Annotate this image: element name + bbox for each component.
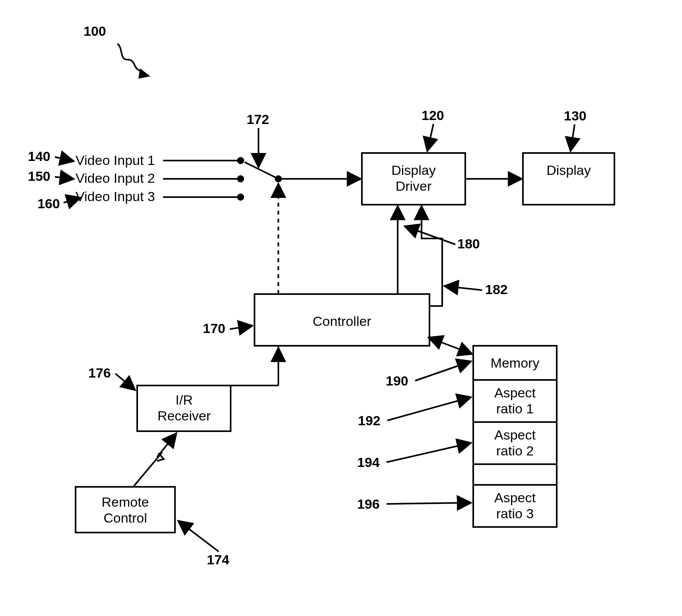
video-input-3-label: Video Input 3 [76,189,155,204]
ir-label-1: I/R [175,392,192,407]
ref-140-arrow [55,157,73,161]
ref-174: 174 [207,552,229,567]
display-block [523,153,614,205]
display-driver-label-2: Driver [396,178,432,194]
ref-172: 172 [247,112,269,127]
controller-label: Controller [313,314,371,329]
ref-182-arrow [445,286,482,290]
ref-180: 180 [457,236,480,251]
remote-to-ir-arrow [133,434,176,487]
ref-170-arrow [230,326,251,329]
ref-180-arrow [406,227,455,244]
ar1-label-1: Aspect [494,385,536,400]
figure-ref-label: 100 [84,23,106,39]
ref-192-arrow [387,397,470,420]
ref-120: 120 [422,108,444,123]
remote-label-1: Remote [101,494,149,509]
figure-ref-arrowhead [138,68,150,79]
ar2-label-2: ratio 2 [496,443,534,458]
ref-194: 194 [357,455,380,470]
control-signal-182 [422,207,442,306]
ref-196-arrow [387,503,470,504]
input1-node [237,157,244,164]
ar2-label-1: Aspect [494,427,536,442]
ref-176-arrow [115,374,134,389]
ref-182: 182 [485,282,508,297]
ref-190-arrow [415,362,470,381]
input3-node [237,194,244,201]
ref-196: 196 [357,496,380,511]
ref-130: 130 [564,108,587,123]
display-label: Display [546,163,591,178]
display-driver-label-1: Display [391,163,435,178]
input2-node [237,175,244,182]
switch-wiper [245,162,278,179]
ref-174-arrow [179,521,219,552]
ref-150: 150 [28,169,51,184]
ref-192: 192 [358,413,381,428]
remote-control-block [76,487,175,533]
ref-130-arrow [571,124,575,150]
ref-140: 140 [28,149,51,164]
video-input-2-label: Video Input 2 [76,170,155,186]
video-input-1-label: Video Input 1 [76,153,155,168]
memory-label: Memory [491,355,540,370]
figure-ref-arrow [117,44,143,72]
ar3-label-2: ratio 3 [496,506,534,521]
controller-memory-link [429,338,471,354]
ar1-label-2: ratio 1 [496,401,534,416]
ref-160: 160 [37,196,60,211]
ir-label-2: Receiver [157,408,211,423]
remote-label-2: Control [103,510,147,525]
ref-190: 190 [386,373,408,388]
ref-170: 170 [203,321,225,336]
ref-194-arrow [387,443,470,462]
ar3-label-1: Aspect [494,490,536,505]
ref-120-arrow [427,124,433,150]
ref-176: 176 [88,365,111,380]
ref-150-arrow [55,177,73,179]
